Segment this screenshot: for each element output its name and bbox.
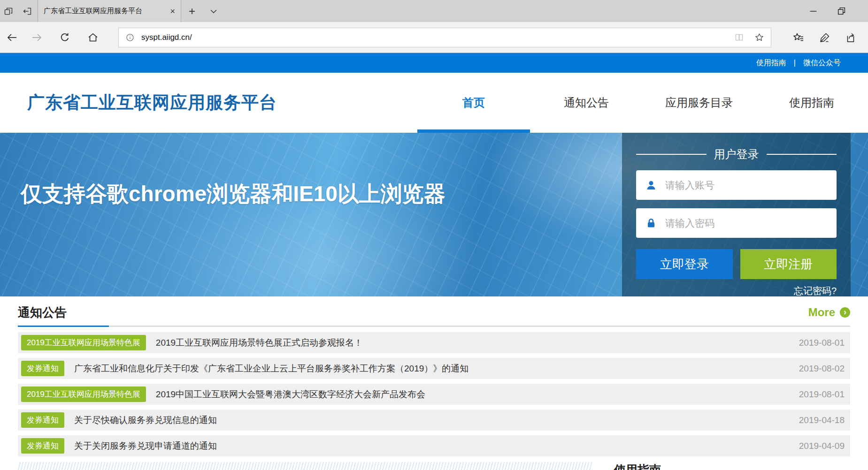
title-line-left [636,154,707,155]
notice-badge: 2019工业互联网应用场景特色展 [21,387,146,402]
more-link[interactable]: More › [808,306,850,319]
login-title: 用户登录 [714,147,759,162]
notice-badge: 2019工业互联网应用场景特色展 [21,335,146,350]
guide-section-partial: 使用指南 [0,462,868,470]
notice-title: 广东省工业和信息化厅关于印发《广东省工业企业上云上平台服务券奖补工作方案（201… [74,363,469,375]
notice-row[interactable]: 发券通知 关于关闭服务券兑现申请通道的通知 2019-04-09 [18,435,850,456]
favorites-hub-icon[interactable] [785,22,812,53]
notice-row[interactable]: 2019工业互联网应用场景特色展 2019工业互联网应用场景特色展正式启动参观报… [18,332,850,353]
notice-date: 2019-08-01 [799,389,845,400]
notice-date: 2019-04-18 [799,415,845,425]
notice-row[interactable]: 2019工业互联网应用场景特色展 2019中国工业互联网大会暨粤港澳大湾区数字经… [18,384,850,405]
account-field[interactable] [636,170,837,200]
site-topbar: 使用指南 | 微信公众号 [0,53,868,73]
url-text: syspt.aiigd.cn/ [141,33,192,42]
user-icon [645,180,657,191]
nav-item-home[interactable]: 首页 [417,73,530,133]
register-button[interactable]: 立即注册 [740,249,837,279]
password-field[interactable] [636,208,837,238]
notice-row[interactable]: 发券通知 广东省工业和信息化厅关于印发《广东省工业企业上云上平台服务券奖补工作方… [18,358,850,379]
guide-section-heading: 使用指南 [614,462,661,470]
browser-tab[interactable]: 广东省工业互联网应用服务平台 × [38,0,181,22]
nav-item-notices[interactable]: 通知公告 [530,73,643,133]
notice-title: 2019工业互联网应用场景特色展正式启动参观报名！ [156,337,363,349]
notice-title: 2019中国工业互联网大会暨粤港澳大湾区数字经济大会新产品发布会 [156,388,425,401]
chevron-right-circle-icon: › [840,307,850,318]
new-tab-button[interactable]: + [181,0,203,22]
more-label: More [808,306,835,319]
forward-button[interactable] [24,22,49,53]
login-button[interactable]: 立即登录 [636,249,733,279]
browser-tab-strip: 广东省工业互联网应用服务平台 × + [0,0,868,22]
login-panel: 用户登录 立即登录 立即注册 忘记密码? [622,133,851,296]
notice-date: 2019-04-09 [799,441,845,451]
notice-list: 2019工业互联网应用场景特色展 2019工业互联网应用场景特色展正式启动参观报… [18,332,850,456]
main-nav: 首页 通知公告 应用服务目录 使用指南 [417,73,868,133]
tab-title: 广东省工业互联网应用服务平台 [44,7,165,15]
address-bar[interactable]: syspt.aiigd.cn/ [118,28,771,47]
account-input[interactable] [665,180,827,191]
topbar-link-wechat[interactable]: 微信公众号 [803,58,841,68]
tab-preview-icon[interactable] [0,0,17,22]
notice-badge: 发券通知 [21,438,64,454]
add-favorite-star-icon[interactable] [754,32,764,42]
notice-badge: 发券通知 [21,361,64,376]
browser-toolbar: syspt.aiigd.cn/ [0,22,868,53]
site-header: 广东省工业互联网应用服务平台 首页 通知公告 应用服务目录 使用指南 [0,73,868,133]
notice-date: 2019-08-01 [799,338,845,348]
notice-row[interactable]: 发券通知 关于尽快确认服务券兑现信息的通知 2019-04-18 [18,409,850,431]
window-close-cutoff [856,0,868,22]
notice-title: 关于关闭服务券兑现申请通道的通知 [74,440,217,452]
nav-item-guide[interactable]: 使用指南 [755,73,868,133]
window-restore-button[interactable] [828,0,856,22]
forgot-row: 忘记密码? [636,285,837,296]
window-minimize-button[interactable] [799,0,828,22]
notices-divider [18,326,850,327]
toolbar-right-icons [785,22,864,53]
notice-title: 关于尽快确认服务券兑现信息的通知 [74,414,217,426]
password-input[interactable] [665,218,827,229]
tab-list-chevron-icon[interactable] [203,0,224,22]
tab-close-icon[interactable]: × [170,7,175,15]
home-button[interactable] [81,22,105,53]
forgot-password-link[interactable]: 忘记密码? [794,286,837,296]
hero-banner: 仅支持谷歌chrome浏览器和IE10以上浏览器 用户登录 立即登录 立即注册 [0,133,868,296]
site-logo: 广东省工业互联网应用服务平台 [27,91,277,114]
notices-header: 通知公告 More › [18,304,850,321]
set-tabs-aside-icon[interactable] [17,0,38,22]
notices-divider-accent [18,326,109,327]
hero-headline: 仅支持谷歌chrome浏览器和IE10以上浏览器 [21,180,446,209]
nav-item-app-catalog[interactable]: 应用服务目录 [643,73,755,133]
notice-badge: 发券通知 [21,412,64,428]
annotate-pen-icon[interactable] [812,22,838,53]
reading-view-icon[interactable] [734,32,744,42]
notices-heading: 通知公告 [18,304,67,321]
topbar-link-guide[interactable]: 使用指南 [756,58,786,68]
login-buttons: 立即登录 立即注册 [636,249,837,279]
login-title-row: 用户登录 [636,147,837,162]
site-info-icon[interactable] [125,33,135,42]
lock-icon [645,218,657,229]
back-button[interactable] [0,22,24,53]
share-icon[interactable] [838,22,864,53]
refresh-button[interactable] [53,22,77,53]
titlebar-drag-area [224,0,799,22]
notices-section: 通知公告 More › 2019工业互联网应用场景特色展 2019工业互联网应用… [0,304,868,456]
striped-pattern [18,462,592,470]
title-line-right [767,154,837,155]
topbar-separator: | [794,59,796,67]
notice-date: 2019-08-02 [799,364,845,374]
